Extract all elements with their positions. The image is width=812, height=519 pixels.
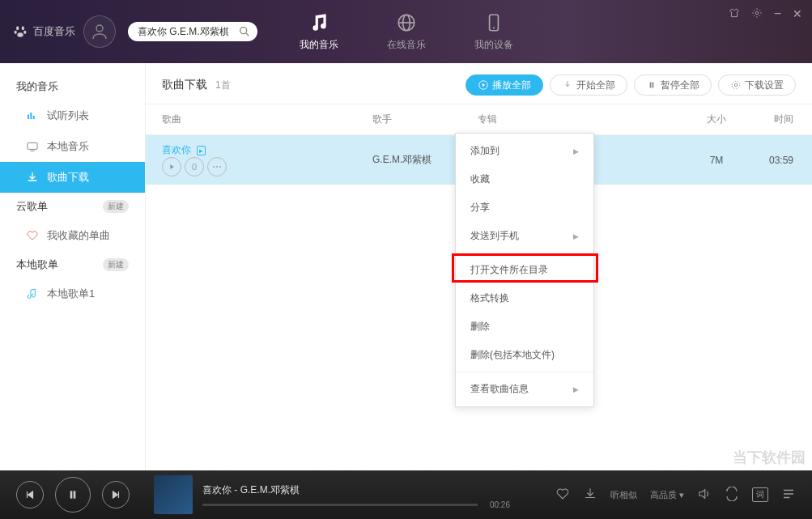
search-icon[interactable] — [238, 25, 251, 38]
svg-point-2 — [15, 31, 17, 34]
svg-point-1 — [22, 26, 24, 30]
cell-time: 03:59 — [745, 155, 793, 166]
menu-delete[interactable]: 删除 — [456, 313, 593, 341]
svg-rect-24 — [70, 491, 73, 498]
col-size: 大小 — [688, 113, 745, 126]
pause-small-icon — [646, 79, 657, 91]
time-display: 00:26 — [490, 500, 510, 509]
col-time: 时间 — [745, 113, 793, 126]
baidu-logo-icon — [12, 23, 28, 40]
track-title: 喜欢你 - G.E.M.邓紫棋 — [202, 483, 555, 497]
pause-button[interactable] — [55, 477, 91, 513]
table-header: 歌曲 歌手 专辑 大小 时间 — [146, 104, 812, 135]
menu-share[interactable]: 分享 — [456, 194, 593, 222]
menu-favorite[interactable]: 收藏 — [456, 165, 593, 194]
menu-song-info[interactable]: 查看歌曲信息▶ — [456, 375, 593, 403]
note-icon — [26, 287, 39, 300]
close-icon[interactable]: ✕ — [793, 7, 802, 20]
menu-delete-with-file[interactable]: 删除(包括本地文件) — [456, 341, 593, 369]
settings-icon[interactable] — [751, 7, 763, 21]
new-local-playlist-button[interactable]: 新建 — [103, 258, 129, 271]
menu-send-to-phone[interactable]: 发送到手机▶ — [456, 222, 593, 250]
search-box — [128, 22, 257, 41]
similar-button[interactable]: 听相似 — [610, 489, 637, 501]
svg-rect-16 — [28, 143, 37, 149]
download-button[interactable] — [583, 487, 597, 503]
cell-song: 喜欢你 ▸ ⋯ — [162, 143, 372, 177]
download-small-icon — [562, 79, 573, 91]
svg-point-0 — [16, 26, 19, 30]
menu-convert[interactable]: 格式转换 — [456, 284, 593, 313]
menu-add-to[interactable]: 添加到▶ — [456, 137, 593, 165]
volume-button[interactable] — [697, 487, 712, 503]
col-artist: 歌手 — [372, 113, 478, 126]
favorite-button[interactable] — [555, 487, 570, 503]
menu-open-folder[interactable]: 打开文件所在目录 — [456, 256, 593, 284]
user-icon — [90, 22, 109, 41]
sidebar-group-my-music: 我的音乐 — [0, 73, 145, 100]
app-logo: 百度音乐 — [12, 23, 75, 40]
lyrics-button[interactable]: 词 — [752, 487, 768, 502]
svg-rect-14 — [30, 113, 32, 119]
sidebar-item-downloads[interactable]: 歌曲下载 — [0, 162, 145, 193]
user-avatar[interactable] — [83, 15, 116, 48]
row-device-button[interactable] — [185, 157, 204, 177]
svg-point-4 — [96, 25, 103, 32]
skin-icon[interactable] — [729, 7, 740, 21]
window-controls: − ✕ — [729, 6, 802, 21]
download-settings-button[interactable]: 下载设置 — [718, 74, 796, 96]
row-more-button[interactable]: ⋯ — [207, 157, 227, 177]
globe-icon — [396, 12, 417, 33]
menu-divider — [456, 372, 593, 372]
row-play-button[interactable] — [162, 157, 181, 177]
sidebar-item-favorites[interactable]: 我收藏的单曲 — [0, 220, 145, 251]
download-icon — [26, 171, 39, 184]
player-right-controls: 听相似 高品质 ▾ 词 — [555, 487, 796, 503]
quality-button[interactable]: 高品质 ▾ — [650, 489, 684, 501]
sidebar-item-preview-list[interactable]: 试听列表 — [0, 100, 145, 131]
nav-my-music[interactable]: 我的音乐 — [300, 12, 338, 52]
col-song: 歌曲 — [162, 113, 372, 126]
nav-my-devices[interactable]: 我的设备 — [474, 12, 513, 52]
prev-button[interactable] — [16, 481, 44, 508]
sidebar-item-local-playlist-1[interactable]: 本地歌单1 — [0, 279, 145, 309]
play-circle-icon — [478, 79, 489, 91]
page-title: 歌曲下载 — [162, 78, 207, 92]
playback-controls — [16, 477, 130, 513]
svg-rect-19 — [650, 83, 652, 88]
svg-point-11 — [492, 27, 494, 28]
sidebar: 我的音乐 试听列表 本地音乐 歌曲下载 云歌单新建 我收藏的单曲 本地歌单新建 … — [0, 63, 146, 470]
minimize-icon[interactable]: − — [774, 6, 781, 21]
nav-tabs: 我的音乐 在线音乐 我的设备 — [300, 12, 513, 52]
chevron-right-icon: ▶ — [573, 147, 579, 155]
svg-point-21 — [734, 83, 738, 87]
next-button[interactable] — [102, 481, 130, 508]
svg-rect-23 — [193, 164, 196, 170]
play-all-button[interactable]: 播放全部 — [466, 74, 543, 96]
loop-button[interactable] — [725, 487, 739, 503]
gear-small-icon — [730, 79, 742, 91]
page-count: 1首 — [215, 79, 231, 92]
progress-bar[interactable]: 00:26 — [202, 504, 478, 506]
playlist-button[interactable] — [781, 487, 796, 503]
svg-rect-15 — [33, 116, 35, 119]
device-icon — [483, 12, 504, 33]
heart-icon — [26, 229, 39, 242]
pause-all-button[interactable]: 暂停全部 — [634, 74, 712, 96]
cell-size: 7M — [688, 155, 745, 166]
start-all-button[interactable]: 开始全部 — [550, 74, 627, 96]
page-header: 歌曲下载 1首 播放全部 开始全部 暂停全部 下载设置 — [146, 63, 812, 104]
nav-online-music[interactable]: 在线音乐 — [387, 12, 426, 52]
track-info: 喜欢你 - G.E.M.邓紫棋 00:26 — [202, 483, 555, 506]
chevron-right-icon: ▶ — [573, 385, 579, 394]
album-art[interactable] — [154, 475, 193, 514]
app-header: 百度音乐 我的音乐 在线音乐 我的设备 − ✕ — [0, 0, 812, 63]
new-playlist-button[interactable]: 新建 — [103, 200, 129, 213]
svg-point-5 — [240, 28, 247, 34]
player-bar: 喜欢你 - G.E.M.邓紫棋 00:26 听相似 高品质 ▾ 词 — [0, 470, 812, 519]
sidebar-item-local-music[interactable]: 本地音乐 — [0, 131, 145, 162]
mv-badge[interactable]: ▸ — [197, 146, 206, 155]
music-note-icon — [308, 12, 329, 33]
sidebar-group-local-playlist: 本地歌单新建 — [0, 251, 145, 279]
svg-point-12 — [755, 11, 759, 15]
